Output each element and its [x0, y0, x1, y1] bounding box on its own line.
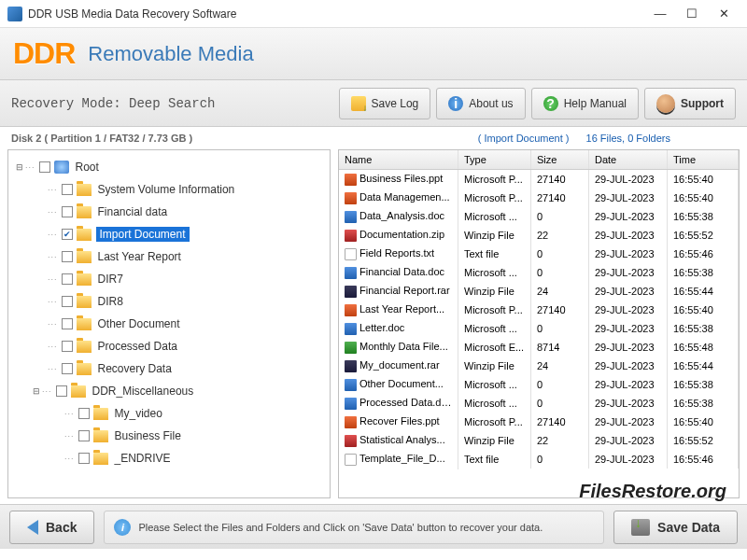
file-date: 29-JUL-2023	[589, 170, 668, 189]
folder-icon	[77, 273, 92, 286]
file-size: 27140	[531, 301, 589, 319]
minimize-button[interactable]: —	[644, 3, 676, 25]
checkbox[interactable]	[62, 251, 73, 262]
file-name: Recover Files.ppt	[359, 415, 440, 427]
file-name: Business Files.ppt	[359, 173, 443, 184]
file-icon	[345, 286, 357, 298]
brand-bar: DDR Removable Media	[0, 28, 747, 80]
save-log-icon	[351, 96, 366, 111]
checkbox[interactable]	[39, 161, 50, 173]
file-name: Letter.doc	[359, 322, 404, 333]
checkbox[interactable]	[62, 206, 73, 217]
back-button[interactable]: Back	[9, 511, 94, 544]
header-type[interactable]: Type	[458, 150, 531, 169]
checkbox[interactable]	[62, 296, 73, 307]
file-name: Financial Data.doc	[359, 266, 444, 277]
tree-item[interactable]: ···Processed Data	[8, 335, 330, 357]
file-row[interactable]: Financial Report.rarWinzip File2429-JUL-…	[339, 282, 739, 301]
checkbox[interactable]	[62, 229, 73, 240]
folder-icon	[93, 430, 108, 442]
file-row[interactable]: Financial Data.docMicrosoft ...029-JUL-2…	[339, 263, 739, 282]
file-row[interactable]: Recover Files.pptMicrosoft P...2714029-J…	[339, 413, 739, 431]
file-date: 29-JUL-2023	[589, 282, 668, 301]
close-button[interactable]: ✕	[708, 3, 740, 25]
file-date: 29-JUL-2023	[589, 301, 668, 319]
help-manual-button[interactable]: ?Help Manual	[531, 88, 639, 119]
tree-item[interactable]: ···DIR7	[8, 268, 330, 290]
file-type: Winzip File	[458, 431, 531, 450]
file-size: 27140	[531, 170, 589, 189]
file-type: Microsoft P...	[458, 413, 531, 431]
file-size: 8714	[531, 338, 589, 357]
maximize-button[interactable]: ☐	[676, 3, 708, 25]
checkbox[interactable]	[62, 341, 73, 352]
tree-item-label: My_video	[113, 406, 164, 421]
tree-item[interactable]: ···DIR8	[8, 290, 330, 313]
file-row[interactable]: Documentation.zipWinzip File2229-JUL-202…	[339, 226, 739, 245]
tree-item[interactable]: ···Financial data	[8, 201, 330, 223]
file-row[interactable]: Business Files.pptMicrosoft P...2714029-…	[339, 170, 739, 189]
file-icon	[345, 304, 357, 316]
file-row[interactable]: Letter.docMicrosoft ...029-JUL-202316:55…	[339, 319, 739, 338]
save-log-button[interactable]: Save Log	[339, 88, 431, 119]
save-icon	[631, 519, 650, 536]
tree-item[interactable]: ···Recovery Data	[8, 357, 330, 380]
checkbox[interactable]	[56, 385, 67, 397]
file-row[interactable]: Other Document...Microsoft ...029-JUL-20…	[339, 375, 739, 394]
tree-item-label: _ENDRIVE	[113, 451, 173, 466]
checkbox[interactable]	[78, 430, 90, 441]
checkbox[interactable]	[62, 184, 73, 195]
window-title: DDR USB Media Data Recovery Software	[28, 7, 644, 21]
file-row[interactable]: Data Managemen...Microsoft P...2714029-J…	[339, 189, 739, 207]
current-folder-label: ( Import Document )	[478, 133, 570, 144]
file-type: Text file	[458, 450, 531, 469]
tree-item[interactable]: ···System Volume Information	[8, 178, 330, 201]
file-size: 0	[531, 245, 589, 263]
file-list[interactable]: Name Type Size Date Time Business Files.…	[338, 149, 740, 498]
tree-misc[interactable]: ⊟··· DDR_Miscellaneous	[8, 380, 330, 402]
file-count-label: 16 Files, 0 Folders	[586, 133, 670, 144]
tree-item[interactable]: ···_ENDRIVE	[8, 447, 330, 469]
file-row[interactable]: Statistical Analys...Winzip File2229-JUL…	[339, 431, 739, 450]
checkbox[interactable]	[62, 318, 73, 329]
file-row[interactable]: Processed Data.docMicrosoft ...029-JUL-2…	[339, 394, 739, 413]
about-us-button[interactable]: iAbout us	[436, 88, 525, 119]
header-date[interactable]: Date	[589, 150, 668, 169]
tree-item[interactable]: ···My_video	[8, 402, 330, 425]
folder-tree[interactable]: ⊟··· Root ···System Volume Information··…	[7, 149, 331, 498]
file-row[interactable]: My_document.rarWinzip File2429-JUL-20231…	[339, 357, 739, 375]
support-icon	[656, 94, 675, 113]
file-row[interactable]: Field Reports.txtText file029-JUL-202316…	[339, 245, 739, 263]
file-row[interactable]: Template_File_D...Text file029-JUL-20231…	[339, 450, 739, 469]
file-time: 16:55:40	[668, 413, 739, 431]
save-data-button[interactable]: Save Data	[613, 511, 738, 544]
list-header[interactable]: Name Type Size Date Time	[339, 150, 739, 170]
tree-root[interactable]: ⊟··· Root	[8, 156, 330, 178]
file-date: 29-JUL-2023	[589, 338, 668, 357]
tree-item-label: Last Year Report	[96, 249, 183, 264]
file-type: Microsoft ...	[458, 394, 531, 413]
file-type: Microsoft ...	[458, 375, 531, 394]
file-size: 27140	[531, 413, 589, 431]
checkbox[interactable]	[78, 453, 90, 464]
collapse-icon[interactable]: ⊟	[14, 162, 25, 172]
collapse-icon[interactable]: ⊟	[31, 386, 42, 396]
header-name[interactable]: Name	[339, 150, 458, 169]
header-size[interactable]: Size	[531, 150, 589, 169]
tree-item[interactable]: ···Import Document	[8, 223, 330, 245]
file-row[interactable]: Data_Analysis.docMicrosoft ...029-JUL-20…	[339, 207, 739, 226]
checkbox[interactable]	[78, 408, 90, 419]
tree-item[interactable]: ···Other Document	[8, 313, 330, 335]
checkbox[interactable]	[62, 363, 73, 374]
header-time[interactable]: Time	[668, 150, 739, 169]
file-name: Statistical Analys...	[359, 434, 445, 445]
info-icon: i	[448, 96, 463, 111]
file-row[interactable]: Monthly Data File...Microsoft E...871429…	[339, 338, 739, 357]
tree-item[interactable]: ···Last Year Report	[8, 245, 330, 268]
tree-item[interactable]: ···Business File	[8, 425, 330, 447]
tree-item-label: Other Document	[96, 316, 182, 331]
support-button[interactable]: Support	[644, 88, 736, 119]
file-row[interactable]: Last Year Report...Microsoft P...2714029…	[339, 301, 739, 319]
checkbox[interactable]	[62, 273, 73, 285]
file-date: 29-JUL-2023	[589, 375, 668, 394]
